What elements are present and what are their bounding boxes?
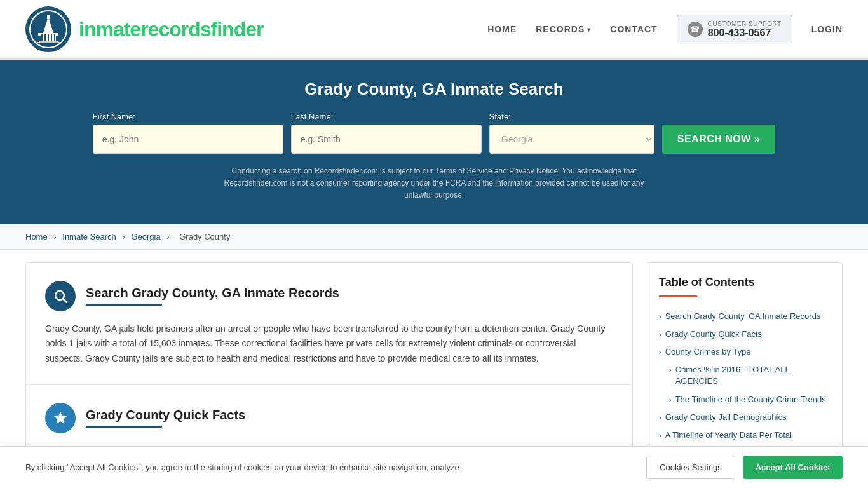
logo-text: inmaterecordsfinder: [79, 18, 263, 41]
toc-list: › Search Grady County, GA Inmate Records…: [659, 308, 829, 445]
toc-item-1: › Search Grady County, GA Inmate Records: [659, 308, 829, 325]
breadcrumb-sep-3: ›: [166, 232, 172, 241]
toc-link-1[interactable]: › Search Grady County, GA Inmate Records: [659, 311, 829, 322]
facts-title-underline: [86, 426, 162, 428]
chevron-icon-2: ›: [659, 330, 661, 339]
breadcrumb: Home › Inmate Search › Georgia › Grady C…: [0, 224, 868, 250]
toc-link-4[interactable]: › Crimes % in 2016 - TOTAL ALL AGENCIES: [669, 364, 829, 387]
content-area: Search Grady County, GA Inmate Records G…: [25, 262, 633, 462]
breadcrumb-current: Grady County: [179, 232, 230, 241]
breadcrumb-sep-2: ›: [122, 232, 127, 241]
toc-link-5[interactable]: › The Timeline of the County Crime Trend…: [669, 394, 829, 405]
last-name-group: Last Name:: [291, 112, 482, 154]
toc-divider: [659, 295, 697, 297]
first-name-group: First Name:: [93, 112, 283, 154]
chevron-icon-3: ›: [659, 348, 661, 357]
toc-link-6[interactable]: › Grady County Jail Demographics: [659, 412, 829, 423]
chevron-icon-6: ›: [659, 413, 661, 423]
nav-home[interactable]: HOME: [487, 24, 517, 34]
chevron-icon-1: ›: [659, 312, 661, 322]
toc-link-3[interactable]: › County Crimes by Type: [659, 346, 829, 358]
cookie-buttons: Cookies Settings Accept All Cookies: [646, 456, 843, 475]
svg-rect-8: [51, 34, 52, 41]
cookie-settings-button[interactable]: Cookies Settings: [646, 456, 735, 475]
svg-line-13: [64, 299, 67, 302]
login-button[interactable]: LOGIN: [811, 24, 843, 34]
svg-marker-14: [54, 412, 67, 424]
logo-area: inmaterecordsfinder: [25, 6, 263, 52]
svg-rect-4: [47, 15, 50, 19]
chevron-icon-7: ›: [659, 431, 661, 440]
last-name-input[interactable]: [291, 125, 482, 154]
last-name-label: Last Name:: [291, 112, 482, 121]
state-label: State:: [489, 112, 654, 121]
section-header-facts: Grady County Quick Facts: [45, 403, 613, 433]
svg-rect-5: [41, 34, 43, 41]
logo-icon: [25, 6, 71, 52]
phone-icon: ☎: [688, 22, 703, 37]
breadcrumb-sep-1: ›: [53, 232, 58, 241]
hero-title: Grady County, GA Inmate Search: [25, 79, 843, 99]
first-name-input[interactable]: [93, 125, 283, 154]
toc-item-6: › Grady County Jail Demographics: [659, 409, 829, 426]
toc-item-7: › A Timeline of Yearly Data Per Total: [659, 426, 829, 444]
svg-rect-6: [44, 34, 46, 41]
inmate-records-body: Grady County, GA jails hold prisoners af…: [45, 322, 613, 367]
disclaimer-text: Conducting a search on Recordsfinder.com…: [212, 165, 656, 202]
toc-item-5: › The Timeline of the County Crime Trend…: [659, 391, 829, 409]
hero-section: Grady County, GA Inmate Search First Nam…: [0, 60, 868, 224]
nav-records[interactable]: RECORDS ▾: [536, 24, 591, 34]
cookie-banner: By clicking "Accept All Cookies", you ag…: [0, 446, 868, 475]
svg-rect-7: [48, 34, 49, 41]
toc-item-4: › Crimes % in 2016 - TOTAL ALL AGENCIES: [659, 361, 829, 390]
cookie-accept-button[interactable]: Accept All Cookies: [743, 456, 843, 475]
breadcrumb-home[interactable]: Home: [25, 232, 48, 241]
toc-title: Table of Contents: [659, 276, 829, 289]
main-content: Search Grady County, GA Inmate Records G…: [0, 250, 868, 475]
toc-link-7[interactable]: › A Timeline of Yearly Data Per Total: [659, 430, 829, 441]
support-label: CUSTOMER SUPPORT: [708, 20, 782, 27]
section-title-facts: Grady County Quick Facts: [86, 408, 245, 428]
title-underline: [86, 304, 162, 306]
toc-link-2[interactable]: › Grady County Quick Facts: [659, 329, 829, 340]
svg-rect-10: [39, 41, 58, 42]
toc-item-3: › County Crimes by Type: [659, 343, 829, 361]
inmate-records-section: Search Grady County, GA Inmate Records G…: [26, 263, 632, 385]
sidebar: Table of Contents › Search Grady County,…: [646, 262, 843, 458]
chevron-icon-4: ›: [669, 365, 672, 375]
search-button[interactable]: SEARCH NOW »: [662, 125, 775, 154]
section-header-inmate: Search Grady County, GA Inmate Records: [45, 281, 613, 311]
support-phone: 800-433-0567: [708, 27, 782, 39]
facts-section-icon: [45, 403, 76, 433]
breadcrumb-inmate-search[interactable]: Inmate Search: [62, 232, 116, 241]
customer-support-box: ☎ CUSTOMER SUPPORT 800-433-0567: [677, 15, 792, 44]
site-header: inmaterecordsfinder HOME RECORDS ▾ CONTA…: [0, 0, 868, 60]
chevron-down-icon: ▾: [587, 26, 591, 33]
nav-contact[interactable]: CONTACT: [610, 24, 657, 34]
svg-rect-11: [37, 42, 60, 43]
cookie-text: By clicking "Accept All Cookies", you ag…: [25, 461, 459, 474]
breadcrumb-georgia[interactable]: Georgia: [131, 232, 160, 241]
svg-rect-9: [54, 34, 55, 41]
chevron-icon-5: ›: [669, 395, 672, 405]
first-name-label: First Name:: [93, 112, 283, 121]
state-group: State: Georgia: [489, 112, 654, 154]
search-form: First Name: Last Name: State: Georgia SE…: [25, 112, 843, 154]
search-section-icon: [45, 281, 76, 311]
toc-item-2: › Grady County Quick Facts: [659, 325, 829, 343]
state-select[interactable]: Georgia: [489, 125, 654, 154]
main-nav: HOME RECORDS ▾ CONTACT ☎ CUSTOMER SUPPOR…: [487, 15, 843, 44]
section-title-inmate: Search Grady County, GA Inmate Records: [86, 286, 339, 306]
